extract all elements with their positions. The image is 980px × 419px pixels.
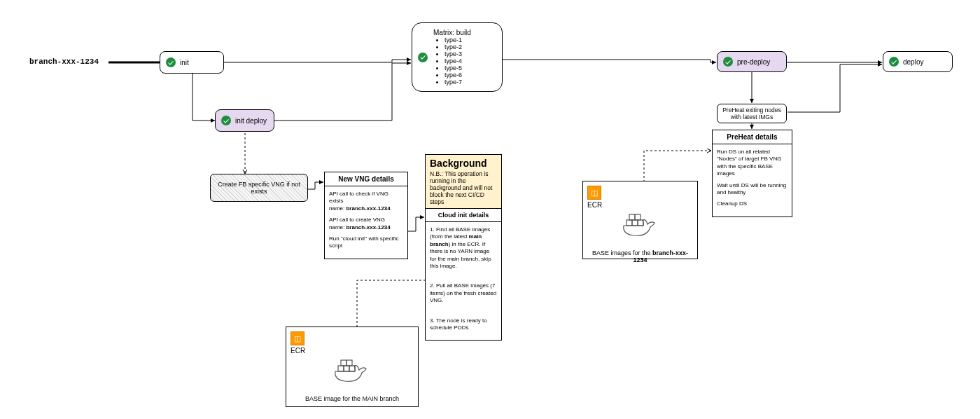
new-vng-header: New VNG details: [325, 172, 407, 186]
status-success-icon: [418, 53, 428, 62]
status-success-icon: [889, 57, 899, 67]
node-preheat-label: PreHeat exiting nodes with latest IMGs: [722, 107, 781, 121]
box-background-cloudinit: Background N.B.: This operation is runni…: [425, 154, 502, 341]
ecr-icon: ◫: [290, 331, 304, 345]
node-create-vng-label: Create FB specific VNG if not exists: [216, 181, 302, 195]
ecr-icon: ◫: [587, 186, 601, 200]
matrix-list: type-1 type-2 type-3 type-4 type-5 type-…: [433, 36, 471, 85]
box-preheat-details: PreHeat details Run DS on all related "N…: [712, 130, 792, 217]
docker-icon: [620, 210, 662, 245]
svg-rect-1: [341, 360, 346, 366]
status-success-icon: [221, 116, 231, 125]
node-create-vng: Create FB specific VNG if not exists: [210, 174, 308, 202]
background-title: Background: [430, 158, 497, 169]
background-nb: N.B.: This operation is running in the b…: [430, 170, 497, 205]
svg-rect-2: [346, 360, 352, 366]
svg-rect-6: [629, 214, 635, 220]
preheat-details-header: PreHeat details: [713, 130, 792, 144]
status-success-icon: [723, 57, 733, 67]
matrix-title: Matrix: build: [433, 29, 471, 36]
ecr1-caption: BASE image for the MAIN branch: [290, 395, 414, 402]
ecr-label: ECR: [290, 347, 414, 355]
node-predeploy-label: pre-deploy: [737, 58, 770, 66]
node-preheat: PreHeat exiting nodes with latest IMGs: [717, 104, 787, 123]
docker-icon: [331, 356, 373, 391]
node-predeploy: pre-deploy: [717, 51, 787, 72]
svg-rect-9: [632, 220, 638, 226]
node-init-label: init: [180, 59, 189, 67]
ecr-label: ECR: [587, 201, 693, 209]
box-ecr-main: ◫ ECR BASE image for the MAIN branch: [286, 327, 419, 407]
node-init: init: [160, 51, 224, 74]
branch-label: branch-xxx-1234: [29, 57, 99, 66]
svg-rect-8: [626, 220, 632, 226]
node-init-deploy: init deploy: [215, 109, 274, 132]
node-init-deploy-label: init deploy: [235, 117, 267, 125]
box-new-vng-details: New VNG details API call to check if VNG…: [324, 172, 408, 259]
svg-rect-4: [344, 366, 349, 371]
ecr2-caption: BASE images for the branch-xxx-1234: [587, 249, 693, 263]
node-deploy-label: deploy: [903, 58, 923, 66]
cloud-init-header: Cloud init details: [426, 209, 501, 222]
node-matrix-build: Matrix: build type-1 type-2 type-3 type-…: [412, 22, 503, 92]
svg-rect-3: [338, 366, 344, 371]
node-deploy: deploy: [883, 51, 953, 72]
box-ecr-branch: ◫ ECR BASE images for the branch-xxx-123…: [582, 181, 698, 259]
svg-rect-7: [635, 214, 640, 220]
status-success-icon: [166, 57, 176, 67]
